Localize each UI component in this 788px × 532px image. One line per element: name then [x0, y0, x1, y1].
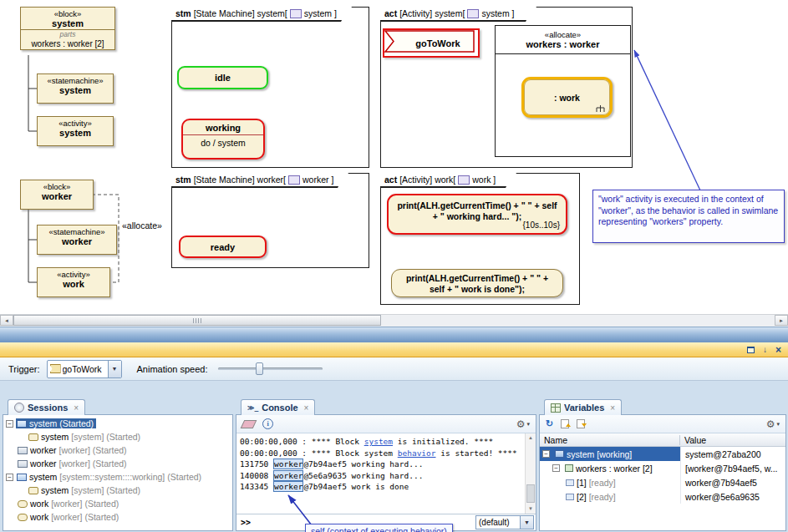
console-highlight[interactable]: worker: [273, 470, 303, 481]
state-working[interactable]: working do / system: [181, 119, 265, 160]
simulation-window-titlebar[interactable]: ↓ ×: [0, 342, 788, 357]
diagram-canvas[interactable]: «block» system parts workers : worker [2…: [0, 0, 788, 327]
variable-row[interactable]: − system [working] system@27aba200: [540, 447, 785, 461]
stm-worker-frame[interactable]: stm [State Machine] worker[ worker ] rea…: [171, 173, 369, 268]
variable-row[interactable]: [2] [ready] worker@5e6a9635: [540, 489, 785, 504]
expander-icon[interactable]: −: [6, 474, 13, 481]
log-text: 131750: [240, 459, 273, 469]
scroll-left-button[interactable]: ◄: [0, 315, 13, 326]
slider-track[interactable]: [218, 367, 323, 370]
import-icon[interactable]: [577, 419, 585, 428]
diagram-note[interactable]: "work" activity is executed in the conte…: [592, 190, 785, 243]
variables-table[interactable]: − system [working] system@27aba200 − wor…: [540, 447, 785, 530]
variables-body: ↻ ⚙ ▾ Name Value − system [working] syst…: [539, 414, 786, 531]
log-text: 143345: [240, 482, 273, 491]
console-context-combo[interactable]: (default) ▼: [475, 515, 534, 529]
block-worker[interactable]: «block» worker: [20, 180, 94, 210]
frame-kind: stm: [175, 175, 191, 185]
stm-system-frame[interactable]: stm [State Machine] system[ system ] idl…: [171, 7, 369, 168]
console-log-line: 140008 worker@5e6a9635 working hard...: [240, 470, 521, 482]
chevron-down-icon[interactable]: ▼: [108, 361, 121, 377]
worker-containment-line[interactable]: [28, 210, 37, 282]
session-row[interactable]: worker [worker] (Started): [3, 457, 232, 470]
session-name: work: [30, 512, 48, 522]
chevron-down-icon[interactable]: ▼: [520, 516, 533, 529]
action-print-working[interactable]: print(ALH.getCurrentTime() + " " + self …: [387, 194, 567, 235]
swimlane-header: «allocate» workers : worker: [496, 26, 630, 54]
console-link[interactable]: system: [364, 437, 393, 446]
column-name[interactable]: Name: [540, 435, 680, 445]
variable-name: system: [567, 449, 594, 459]
state-idle[interactable]: idle: [177, 66, 268, 89]
scrollbar-thumb[interactable]: [526, 484, 535, 503]
console-highlight[interactable]: worker: [273, 459, 303, 469]
refresh-icon[interactable]: ↻: [546, 419, 553, 428]
terminal-icon: ≫_: [247, 404, 258, 412]
signal-gotowork[interactable]: goToWork: [383, 28, 480, 58]
close-icon[interactable]: ×: [610, 403, 615, 413]
session-status: (Started): [59, 418, 94, 428]
console-v-scrollbar[interactable]: ▲ ▼: [525, 433, 536, 514]
scrollbar-thumb[interactable]: [13, 315, 381, 326]
element-name: work: [38, 279, 109, 290]
stereotype-label: «activity»: [38, 117, 113, 128]
tab-console[interactable]: ≫_ Console ×: [241, 399, 315, 415]
pin-icon[interactable]: ↓: [763, 346, 767, 354]
session-row[interactable]: worker [worker] (Started): [3, 443, 232, 457]
system-containment-line[interactable]: [28, 55, 37, 131]
close-icon[interactable]: ×: [74, 403, 79, 413]
console-link[interactable]: behavior: [398, 448, 436, 458]
console-log-line: 00:00:00,000 : **** Block system is init…: [240, 436, 521, 448]
variable-name: [2]: [577, 492, 587, 502]
trigger-combobox[interactable]: goToWork ▼: [47, 360, 122, 378]
session-row[interactable]: system [system] (Started): [3, 430, 232, 443]
slider-thumb[interactable]: [256, 362, 263, 375]
variable-row[interactable]: [1] [ready] worker@7b94aef5: [540, 475, 785, 489]
expander-icon[interactable]: −: [552, 464, 560, 472]
note-anchor-line[interactable]: [634, 50, 700, 190]
close-icon[interactable]: ×: [775, 345, 781, 355]
scroll-down-button[interactable]: ▼: [526, 504, 536, 514]
info-icon[interactable]: i: [262, 418, 273, 429]
variable-row[interactable]: − workers : worker [2] [worker@7b94aef5,…: [540, 461, 785, 475]
part-property[interactable]: workers : worker [2]: [21, 38, 114, 49]
frame-type: [State Machine] worker[: [194, 175, 286, 185]
session-row[interactable]: system [system] (Started): [3, 484, 232, 497]
action-print-done[interactable]: print(ALH.getCurrentTime() + " " + self …: [391, 269, 563, 297]
column-value[interactable]: Value: [680, 435, 785, 445]
scroll-right-button[interactable]: ►: [775, 315, 788, 326]
tab-sessions[interactable]: Sessions ×: [8, 399, 85, 415]
session-row[interactable]: work [worker] (Started): [3, 497, 232, 510]
window-splitter-bar[interactable]: [0, 327, 788, 342]
sessions-tree[interactable]: − system (Started) system [system] (Star…: [3, 415, 232, 530]
gear-icon[interactable]: ⚙: [766, 419, 775, 429]
block-statemachine-system[interactable]: «statemachine» system: [37, 73, 114, 104]
scroll-up-button[interactable]: ▲: [526, 433, 536, 443]
session-row[interactable]: work [worker] (Started): [3, 510, 232, 524]
expander-icon[interactable]: −: [542, 450, 550, 458]
session-row[interactable]: − system [system::system::::working] (St…: [3, 470, 232, 484]
clear-console-icon[interactable]: [241, 420, 257, 428]
session-row[interactable]: − system (Started): [3, 417, 232, 430]
animation-speed-slider[interactable]: [218, 362, 323, 376]
console-panel: ≫_ Console × i ⚙ ▾ 00:00:00,000 : **** B…: [236, 399, 536, 531]
sessions-panel: Sessions × − system (Started) system [sy…: [3, 399, 233, 531]
export-icon[interactable]: [561, 419, 569, 428]
log-text: 00:00:00,000 : **** Block system: [240, 448, 398, 458]
gear-icon[interactable]: ⚙: [516, 419, 526, 429]
block-activity-system[interactable]: «activity» system: [37, 116, 114, 146]
close-icon[interactable]: ×: [304, 403, 309, 413]
expander-icon[interactable]: −: [6, 420, 13, 428]
block-statemachine-worker[interactable]: «statemachine» worker: [37, 225, 117, 255]
restore-icon[interactable]: [747, 347, 755, 353]
tab-variables[interactable]: Variables ×: [544, 399, 622, 415]
variables-settings-button[interactable]: ⚙ ▾: [766, 419, 780, 429]
block-system[interactable]: «block» system parts workers : worker [2…: [20, 7, 115, 50]
element-name: worker: [38, 236, 116, 247]
console-settings-button[interactable]: ⚙ ▾: [516, 419, 530, 429]
canvas-h-scrollbar[interactable]: ◄ ►: [0, 314, 788, 327]
action-work[interactable]: : work: [521, 77, 613, 118]
block-activity-work[interactable]: «activity» work: [37, 267, 110, 297]
state-ready[interactable]: ready: [179, 236, 267, 258]
variable-state: [ready]: [589, 478, 616, 488]
